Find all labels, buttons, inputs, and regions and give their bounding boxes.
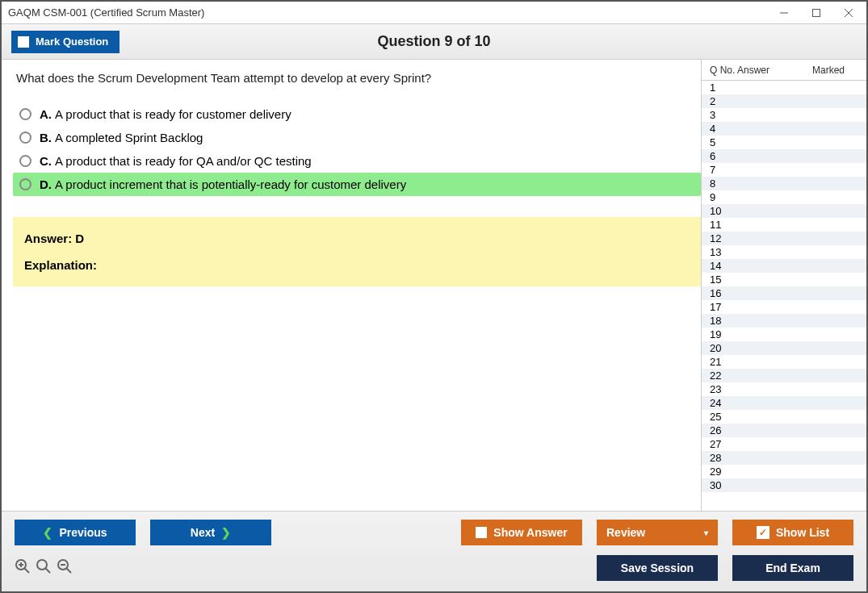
svg-line-11 bbox=[67, 568, 72, 573]
row-qno: 5 bbox=[705, 136, 737, 148]
row-qno: 15 bbox=[705, 274, 737, 286]
row-qno: 18 bbox=[705, 315, 737, 327]
show-answer-button[interactable]: Show Answer bbox=[461, 520, 582, 545]
question-list-row[interactable]: 14 bbox=[702, 259, 866, 273]
question-list-row[interactable]: 21 bbox=[702, 355, 866, 369]
row-qno: 11 bbox=[705, 219, 737, 231]
question-list-row[interactable]: 3 bbox=[702, 108, 866, 122]
question-list-row[interactable]: 24 bbox=[702, 396, 866, 410]
end-exam-button[interactable]: End Exam bbox=[732, 555, 853, 581]
question-list-row[interactable]: 10 bbox=[702, 204, 866, 218]
review-button[interactable]: Review ▾ bbox=[597, 520, 718, 545]
zoom-reset-icon[interactable] bbox=[15, 558, 31, 578]
question-list-row[interactable]: 26 bbox=[702, 424, 866, 437]
question-list-row[interactable]: 28 bbox=[702, 451, 866, 465]
row-qno: 10 bbox=[705, 205, 737, 217]
question-list-row[interactable]: 25 bbox=[702, 410, 866, 424]
radio-icon bbox=[19, 178, 31, 190]
row-qno: 7 bbox=[705, 164, 737, 176]
question-list-row[interactable]: 19 bbox=[702, 328, 866, 341]
question-list-row[interactable]: 9 bbox=[702, 190, 866, 204]
question-list-row[interactable]: 12 bbox=[702, 232, 866, 245]
answer-line: Answer: D bbox=[24, 232, 690, 245]
option-letter: D. bbox=[40, 177, 52, 191]
row-qno: 26 bbox=[705, 424, 737, 436]
show-list-button[interactable]: ✓ Show List bbox=[732, 520, 853, 545]
question-list-row[interactable]: 2 bbox=[702, 94, 866, 108]
checkbox-icon bbox=[18, 36, 29, 48]
minimize-button[interactable] bbox=[768, 4, 800, 22]
row-qno: 20 bbox=[705, 342, 737, 354]
question-list-row[interactable]: 7 bbox=[702, 163, 866, 177]
zoom-controls bbox=[15, 558, 73, 578]
maximize-icon bbox=[812, 9, 820, 17]
next-button[interactable]: Next ❯ bbox=[150, 520, 271, 545]
footer-row-2: Save Session End Exam bbox=[15, 555, 853, 581]
question-list-row[interactable]: 6 bbox=[702, 149, 866, 163]
show-list-label: Show List bbox=[776, 526, 829, 539]
end-exam-label: End Exam bbox=[765, 562, 820, 574]
save-session-label: Save Session bbox=[621, 562, 694, 574]
question-list-row[interactable]: 18 bbox=[702, 314, 866, 328]
question-list-row[interactable]: 27 bbox=[702, 437, 866, 451]
next-label: Next bbox=[191, 526, 215, 539]
maximize-button[interactable] bbox=[800, 4, 832, 22]
save-session-button[interactable]: Save Session bbox=[597, 555, 718, 581]
answer-box: Answer: D Explanation: bbox=[13, 217, 701, 286]
question-list-row[interactable]: 22 bbox=[702, 369, 866, 382]
row-qno: 13 bbox=[705, 246, 737, 258]
option-c[interactable]: C. A product that is ready for QA and/or… bbox=[13, 149, 701, 173]
svg-line-5 bbox=[25, 568, 30, 573]
row-qno: 4 bbox=[705, 123, 737, 135]
header-bar: Mark Question Question 9 of 10 bbox=[2, 24, 866, 60]
question-list-row[interactable]: 15 bbox=[702, 273, 866, 286]
option-letter: C. bbox=[40, 154, 52, 168]
question-list[interactable]: 1234567891011121314151617181920212223242… bbox=[702, 81, 866, 511]
question-list-row[interactable]: 16 bbox=[702, 286, 866, 300]
question-counter: Question 9 of 10 bbox=[377, 33, 490, 50]
zoom-in-icon[interactable] bbox=[36, 558, 52, 578]
question-list-row[interactable]: 8 bbox=[702, 177, 866, 190]
question-list-row[interactable]: 5 bbox=[702, 136, 866, 149]
row-qno: 30 bbox=[705, 479, 737, 491]
option-letter: A. bbox=[40, 107, 52, 121]
question-list-row[interactable]: 13 bbox=[702, 245, 866, 259]
svg-point-8 bbox=[37, 560, 47, 570]
zoom-out-icon[interactable] bbox=[57, 558, 73, 578]
row-qno: 27 bbox=[705, 438, 737, 450]
minimize-icon bbox=[780, 9, 788, 17]
row-qno: 16 bbox=[705, 287, 737, 299]
chevron-left-icon: ❮ bbox=[43, 526, 52, 539]
question-list-row[interactable]: 17 bbox=[702, 300, 866, 314]
show-answer-label: Show Answer bbox=[493, 526, 567, 539]
question-list-header: Q No. Answer Marked bbox=[702, 60, 866, 81]
previous-button[interactable]: ❮ Previous bbox=[15, 520, 136, 545]
chevron-right-icon: ❯ bbox=[221, 526, 231, 539]
row-qno: 24 bbox=[705, 397, 737, 409]
question-list-row[interactable]: 1 bbox=[702, 81, 866, 94]
question-list-row[interactable]: 20 bbox=[702, 341, 866, 355]
row-qno: 17 bbox=[705, 301, 737, 313]
header-marked: Marked bbox=[794, 65, 863, 76]
option-text: A product that is ready for customer del… bbox=[55, 107, 291, 121]
question-list-panel: Q No. Answer Marked 12345678910111213141… bbox=[701, 60, 866, 511]
question-list-row[interactable]: 11 bbox=[702, 218, 866, 232]
header-qno: Q No. bbox=[705, 65, 737, 76]
close-button[interactable] bbox=[832, 4, 865, 22]
review-label: Review bbox=[606, 526, 645, 539]
mark-question-button[interactable]: Mark Question bbox=[11, 31, 120, 53]
row-qno: 12 bbox=[705, 232, 737, 244]
app-window: GAQM CSM-001 (Certified Scrum Master) Ma… bbox=[0, 0, 868, 593]
row-qno: 21 bbox=[705, 356, 737, 368]
row-qno: 6 bbox=[705, 150, 737, 162]
question-list-row[interactable]: 30 bbox=[702, 478, 866, 492]
row-qno: 28 bbox=[705, 452, 737, 464]
question-list-row[interactable]: 23 bbox=[702, 382, 866, 396]
option-a[interactable]: A. A product that is ready for customer … bbox=[13, 102, 701, 126]
question-list-row[interactable]: 29 bbox=[702, 465, 866, 478]
row-qno: 22 bbox=[705, 370, 737, 382]
option-d[interactable]: D. A product increment that is potential… bbox=[13, 173, 701, 196]
svg-line-9 bbox=[46, 568, 51, 573]
question-list-row[interactable]: 4 bbox=[702, 122, 866, 136]
option-b[interactable]: B. A completed Sprint Backlog bbox=[13, 126, 701, 149]
